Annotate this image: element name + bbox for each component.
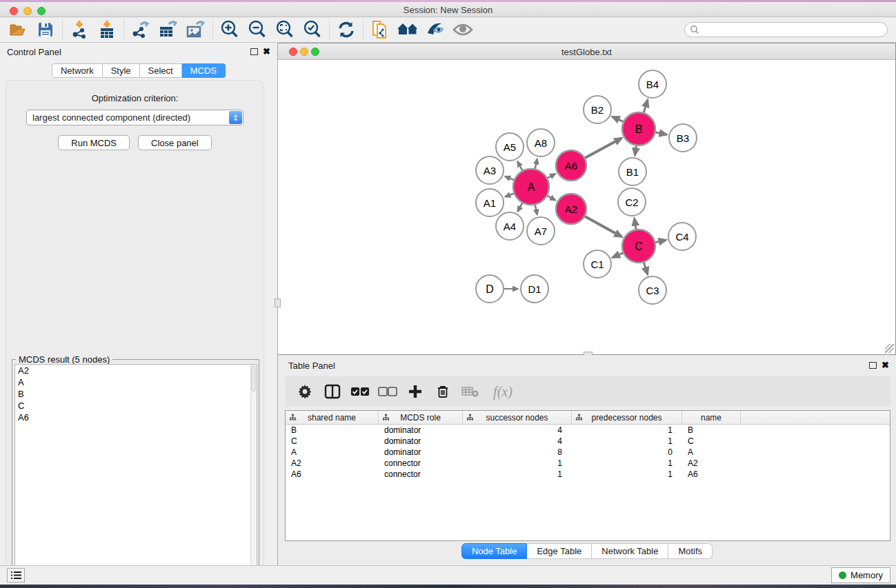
network-graph[interactable]: AA6A2BCA1A3A4A5A7A8B1B2B3B4C1C2C3C4DD1 bbox=[279, 61, 894, 354]
cell-successor-nodes[interactable]: 4 bbox=[463, 436, 572, 447]
cell-shared-name[interactable]: A2 bbox=[286, 458, 379, 469]
tab-select[interactable]: Select bbox=[140, 63, 182, 78]
cell-predecessor-nodes[interactable]: 1 bbox=[572, 469, 682, 480]
edge-A-A3[interactable] bbox=[505, 176, 515, 180]
edge-C-C1[interactable] bbox=[613, 253, 624, 258]
delete-table-icon[interactable] bbox=[459, 380, 482, 403]
column-header-MCDS-role[interactable]: MCDS role bbox=[379, 411, 463, 425]
optimization-criterion-dropdown[interactable]: largest connected component (directed) ▲… bbox=[26, 110, 243, 125]
edge-B-B4[interactable] bbox=[644, 100, 648, 113]
cell-MCDS-role[interactable]: dominator bbox=[379, 447, 463, 458]
zoom-selected-icon[interactable] bbox=[299, 19, 326, 41]
table-row[interactable]: Cdominator41C bbox=[286, 436, 890, 447]
close-table-panel-icon[interactable]: ✖ bbox=[882, 360, 889, 370]
column-layout-icon[interactable] bbox=[321, 380, 344, 403]
import-network-icon[interactable] bbox=[66, 19, 93, 41]
refresh-icon[interactable] bbox=[332, 19, 360, 41]
node-C1[interactable]: C1 bbox=[584, 250, 611, 278]
cell-shared-name[interactable]: A bbox=[286, 447, 379, 458]
mcds-result-item[interactable]: A6 bbox=[15, 412, 257, 423]
mcds-result-item[interactable]: A2 bbox=[15, 365, 257, 376]
cell-name[interactable]: B bbox=[682, 425, 741, 436]
cell-name[interactable]: A2 bbox=[682, 458, 741, 469]
canvas-scroll-nub[interactable] bbox=[275, 298, 281, 307]
node-A2[interactable]: A2 bbox=[556, 194, 586, 224]
node-C[interactable]: C bbox=[622, 230, 655, 263]
save-session-icon[interactable] bbox=[32, 19, 59, 41]
cell-name[interactable]: A6 bbox=[682, 469, 741, 480]
tab-network[interactable]: Network bbox=[52, 63, 103, 78]
resize-grip-icon[interactable] bbox=[885, 344, 894, 353]
mcds-result-item[interactable]: A bbox=[15, 376, 257, 388]
app-titlebar[interactable]: Session: New Session bbox=[0, 2, 896, 17]
edge-A2-C[interactable] bbox=[584, 216, 621, 237]
settings-gear-icon[interactable] bbox=[293, 380, 317, 403]
cell-MCDS-role[interactable]: dominator bbox=[379, 425, 463, 436]
float-table-panel-icon[interactable] bbox=[869, 362, 877, 369]
node-C2[interactable]: C2 bbox=[618, 188, 646, 216]
node-A8[interactable]: A8 bbox=[527, 129, 555, 156]
cell-predecessor-nodes[interactable]: 1 bbox=[572, 436, 682, 447]
edge-A-A6[interactable] bbox=[547, 174, 555, 178]
node-B[interactable]: B bbox=[622, 112, 655, 145]
cell-successor-nodes[interactable]: 4 bbox=[463, 425, 572, 436]
deselect-all-checkbox-icon[interactable] bbox=[376, 380, 399, 403]
export-image-icon[interactable] bbox=[182, 19, 210, 41]
node-C4[interactable]: C4 bbox=[668, 223, 696, 250]
home-icon[interactable] bbox=[394, 19, 421, 41]
cell-predecessor-nodes[interactable]: 1 bbox=[572, 458, 682, 469]
tab-motifs[interactable]: Motifs bbox=[668, 543, 713, 559]
zoom-in-icon[interactable] bbox=[216, 19, 243, 41]
cell-predecessor-nodes[interactable]: 0 bbox=[572, 447, 682, 458]
edge-C-C3[interactable] bbox=[644, 262, 648, 274]
show-hide-icon[interactable] bbox=[449, 19, 477, 41]
function-builder-icon[interactable]: f(x) bbox=[486, 380, 519, 403]
node-B2[interactable]: B2 bbox=[584, 96, 611, 123]
node-A4[interactable]: A4 bbox=[496, 212, 524, 240]
cell-MCDS-role[interactable]: connector bbox=[379, 469, 463, 480]
cell-shared-name[interactable]: C bbox=[286, 436, 379, 447]
table-row[interactable]: Adominator80A bbox=[286, 447, 890, 458]
memory-button[interactable]: Memory bbox=[831, 567, 890, 583]
node-A3[interactable]: A3 bbox=[476, 156, 504, 184]
node-B1[interactable]: B1 bbox=[619, 158, 646, 185]
cell-successor-nodes[interactable]: 1 bbox=[463, 469, 572, 480]
mcds-result-list[interactable]: A2ABCA6 bbox=[14, 364, 257, 585]
edge-B-B1[interactable] bbox=[635, 145, 636, 155]
close-panel-button[interactable]: Close panel bbox=[138, 135, 212, 150]
edge-A-A5[interactable] bbox=[517, 161, 522, 171]
tab-edge-table[interactable]: Edge Table bbox=[527, 543, 592, 559]
cell-successor-nodes[interactable]: 1 bbox=[463, 458, 572, 469]
search-input[interactable] bbox=[699, 23, 887, 36]
node-A6[interactable]: A6 bbox=[556, 150, 586, 181]
column-header-name[interactable]: name bbox=[682, 411, 741, 425]
tab-mcds[interactable]: MCDS bbox=[182, 63, 226, 78]
node-B4[interactable]: B4 bbox=[639, 70, 666, 98]
cell-name[interactable]: C bbox=[682, 436, 741, 447]
node-B3[interactable]: B3 bbox=[669, 124, 697, 152]
cell-shared-name[interactable]: A6 bbox=[286, 469, 379, 480]
open-file-icon[interactable] bbox=[4, 19, 32, 41]
node-D1[interactable]: D1 bbox=[521, 275, 548, 303]
float-panel-icon[interactable] bbox=[250, 48, 258, 55]
node-A7[interactable]: A7 bbox=[527, 217, 555, 245]
node-A5[interactable]: A5 bbox=[496, 133, 524, 161]
show-style-icon[interactable] bbox=[421, 19, 449, 41]
edge-A-A4[interactable] bbox=[517, 203, 522, 212]
cell-successor-nodes[interactable]: 8 bbox=[463, 447, 572, 458]
node-A1[interactable]: A1 bbox=[476, 189, 504, 216]
tab-style[interactable]: Style bbox=[103, 63, 140, 78]
zoom-fit-icon[interactable] bbox=[271, 19, 299, 41]
node-table[interactable]: shared nameMCDS rolesuccessor nodesprede… bbox=[285, 410, 890, 541]
import-table-icon[interactable] bbox=[93, 19, 121, 41]
edge-C-C2[interactable] bbox=[635, 219, 637, 230]
edge-A-A8[interactable] bbox=[535, 159, 537, 169]
tab-node-table[interactable]: Node Table bbox=[461, 543, 528, 559]
task-history-button[interactable] bbox=[7, 568, 25, 582]
column-header-predecessor-nodes[interactable]: predecessor nodes bbox=[572, 411, 682, 425]
edge-B-B2[interactable] bbox=[613, 116, 624, 122]
zoom-out-icon[interactable] bbox=[243, 19, 271, 41]
mcds-list-scrollbar[interactable] bbox=[250, 365, 257, 584]
column-header-shared-name[interactable]: shared name bbox=[286, 411, 379, 425]
table-row[interactable]: A2connector11A2 bbox=[286, 458, 890, 469]
